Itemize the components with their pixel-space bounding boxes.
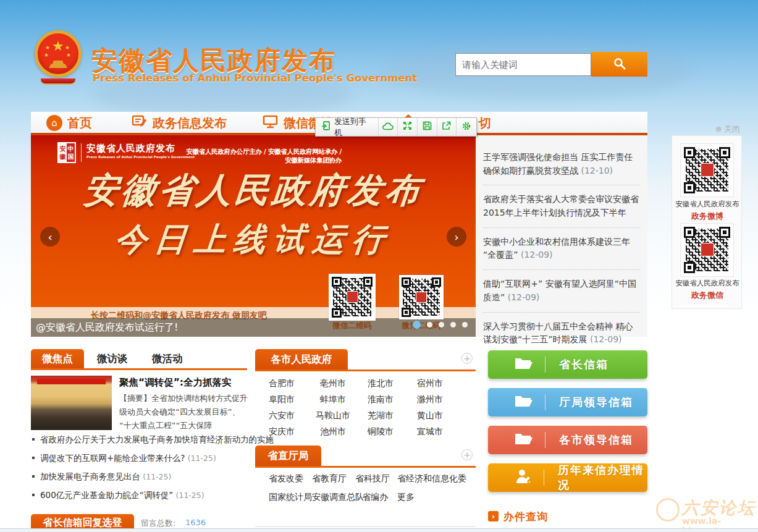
carousel-dot-4[interactable] xyxy=(450,322,456,327)
city-link[interactable]: 芜湖市 xyxy=(368,410,394,421)
cities-header-tab[interactable]: 各市人民政府 xyxy=(255,349,348,370)
city-link[interactable]: 合肥市 xyxy=(269,378,295,389)
banner-caption: @安徽省人民政府发布试运行了! xyxy=(36,321,178,334)
cities-expand-icon[interactable]: + xyxy=(461,353,473,364)
fullscreen-button[interactable] xyxy=(398,118,418,136)
tab-micro-focus[interactable]: 微焦点 xyxy=(31,349,84,368)
nav-item-partial[interactable]: 切 xyxy=(479,115,491,131)
micro-list-item[interactable]: 600亿元产业基金助力皖企“调转促” (11-25) xyxy=(31,490,204,501)
departments-header-tab[interactable]: 省直厅局 xyxy=(255,445,321,467)
news-item[interactable]: 借助“互联网+” 安徽有望入选阿里“中国质造” (12-09) xyxy=(483,277,640,312)
anhui-china-seal: 安徽 中国 xyxy=(57,142,76,163)
micro-underline xyxy=(31,368,247,370)
featured-news-photo[interactable] xyxy=(31,376,112,430)
tab-micro-activity[interactable]: 微活动 xyxy=(152,352,183,366)
city-link[interactable]: 蚌埠市 xyxy=(320,394,346,405)
city-link[interactable]: 铜陵市 xyxy=(368,426,394,437)
save-icon xyxy=(423,121,432,133)
settings-button[interactable] xyxy=(457,118,476,136)
site-subtitle-en: Press Releases of Anhui Provincial Peopl… xyxy=(93,72,417,84)
city-link[interactable]: 六安市 xyxy=(269,410,295,421)
city-link[interactable]: 滁州市 xyxy=(417,394,443,405)
message-total-label: 留言总数: xyxy=(141,518,175,529)
banner-brand-subtitle: Press Releases of Anhui Provincial Peopl… xyxy=(86,155,195,159)
wechat-qr-label: 微信二维码 xyxy=(329,321,376,331)
screenshot-toolbar: 发送到手机 xyxy=(315,117,477,137)
carousel-dot-2[interactable] xyxy=(427,322,432,327)
case-query-link[interactable]: 办件查询 xyxy=(503,510,548,524)
search-button[interactable] xyxy=(591,52,647,77)
watermark-name: 六安论坛 xyxy=(682,497,756,519)
sidebar-account-name: 安徽省人民政府发布 xyxy=(672,279,743,288)
featured-news-summary: 【摘要】全省加快调结构转方式促升级动员大会确定“四大发展目标”、“十大重点工程”… xyxy=(119,392,250,433)
city-link[interactable]: 亳州市 xyxy=(320,378,346,389)
carousel-dot-5[interactable] xyxy=(462,322,468,327)
news-item[interactable]: 安徽中小企业和农村信用体系建设三年“全覆盖” (12-09) xyxy=(483,235,640,270)
save-button[interactable] xyxy=(418,118,437,136)
mail-history-button[interactable]: 历年来信办理情况 xyxy=(488,463,647,492)
city-link[interactable]: 宿州市 xyxy=(417,378,443,389)
sidebar-wechat-link[interactable]: 政务微信 xyxy=(672,290,743,301)
hero-banner[interactable]: 安徽 中国 安徽省人民政府发布 Press Releases of Anhui … xyxy=(31,135,476,337)
share-icon xyxy=(442,121,451,133)
department-more-link[interactable]: 更多 xyxy=(397,492,415,503)
micro-list-item[interactable]: 加快发展电子商务意见出台 (11-25) xyxy=(31,471,171,483)
sidebar-account-name: 安徽省人民政府发布 xyxy=(672,200,743,209)
wechat-qr-code xyxy=(329,274,376,321)
carousel-next-button[interactable]: › xyxy=(447,227,466,247)
nav-item-home[interactable]: ⌂ 首页 xyxy=(46,115,92,131)
carousel-prev-button[interactable]: ‹ xyxy=(40,227,60,247)
wechat-qr-code xyxy=(681,224,733,276)
department-link[interactable]: 省发改委 xyxy=(269,473,303,484)
divider xyxy=(255,526,476,527)
page: { "page": { "title_cn": "安徽省人民政府发布", "ti… xyxy=(0,0,758,532)
city-link[interactable]: 安庆市 xyxy=(269,426,295,437)
close-sidebar-button[interactable]: ⊗ 关闭 xyxy=(715,124,739,135)
department-link[interactable]: 国家统计局安徽调查总队 xyxy=(269,492,364,503)
carousel-dot-3[interactable] xyxy=(439,322,444,327)
weibo-qr-code xyxy=(681,144,733,196)
weibo-qr-code xyxy=(399,275,444,319)
folder-icon xyxy=(514,394,534,411)
governor-mailbox-button[interactable]: 省长信箱 xyxy=(488,350,647,379)
monitor-icon xyxy=(263,114,279,132)
micro-list-item[interactable]: 省政府办公厅关于大力发展电子商务加快培育经济新动力的实施 xyxy=(31,434,274,445)
cloud-button[interactable] xyxy=(379,118,398,136)
department-link[interactable]: 省编办 xyxy=(362,492,388,503)
sidebar-weibo-link[interactable]: 政务微博 xyxy=(672,211,743,222)
news-item[interactable]: 深入学习贯彻十八届五中全会精神 精心谋划安徽“十三五”时期发展 (12-09) xyxy=(483,320,640,354)
folder-icon xyxy=(514,431,534,449)
window-bottom-edge xyxy=(0,528,758,532)
news-item[interactable]: 王学军强调强化使命担当 压实工作责任确保如期打赢脱贫攻坚战 (12-10) xyxy=(483,151,640,185)
arrow-box-icon: › xyxy=(488,511,499,521)
send-to-phone-button[interactable]: 发送到手机 xyxy=(316,118,379,136)
search-input[interactable] xyxy=(455,53,591,76)
city-link[interactable]: 宣城市 xyxy=(417,426,443,437)
doc-pen-icon xyxy=(132,114,148,132)
city-link[interactable]: 池州市 xyxy=(320,426,346,437)
city-leaders-mailbox-button[interactable]: 各市领导信箱 xyxy=(488,426,647,454)
carousel-dot-1[interactable] xyxy=(413,321,421,329)
nav-item-gov-info[interactable]: 政务信息发布 xyxy=(132,115,227,131)
bureau-leaders-mailbox-button[interactable]: 厅局领导信箱 xyxy=(488,388,647,416)
department-link[interactable]: 省教育厅 xyxy=(312,473,347,484)
watermark-logo xyxy=(656,498,680,521)
departments-expand-icon[interactable]: + xyxy=(461,449,473,460)
share-button[interactable] xyxy=(437,118,457,136)
department-link[interactable]: 省科技厅 xyxy=(355,473,390,484)
city-link[interactable]: 黄山市 xyxy=(417,410,443,421)
city-link[interactable]: 阜阳市 xyxy=(269,394,295,405)
departments-underline xyxy=(255,466,476,468)
national-emblem-logo: ★ ★ ★ ★ ★ xyxy=(32,29,84,88)
city-link[interactable]: 淮南市 xyxy=(368,394,394,405)
folder-icon xyxy=(514,356,534,373)
banner-organizers: 安徽省人民政府办公厅主办 / 安徽省人民政府网站承办 / 安徽新媒体集团协办 xyxy=(183,148,342,165)
news-item[interactable]: 省政府关于落实省人大常委会审议安徽省2015年上半年计划执行情况及下半年 xyxy=(483,193,640,227)
department-link[interactable]: 省经济和信息化委 xyxy=(397,473,466,484)
city-link[interactable]: 马鞍山市 xyxy=(316,410,350,421)
banner-headline-2: 今日上线试运行 xyxy=(31,218,476,261)
city-link[interactable]: 淮北市 xyxy=(368,378,394,389)
micro-list-item[interactable]: 调促改下的互联网+能给企业带来什么? (11-25) xyxy=(31,453,216,464)
featured-news-title[interactable]: 聚焦“调转促”:全力抓落实 xyxy=(119,376,232,389)
tab-micro-interview[interactable]: 微访谈 xyxy=(97,352,128,366)
